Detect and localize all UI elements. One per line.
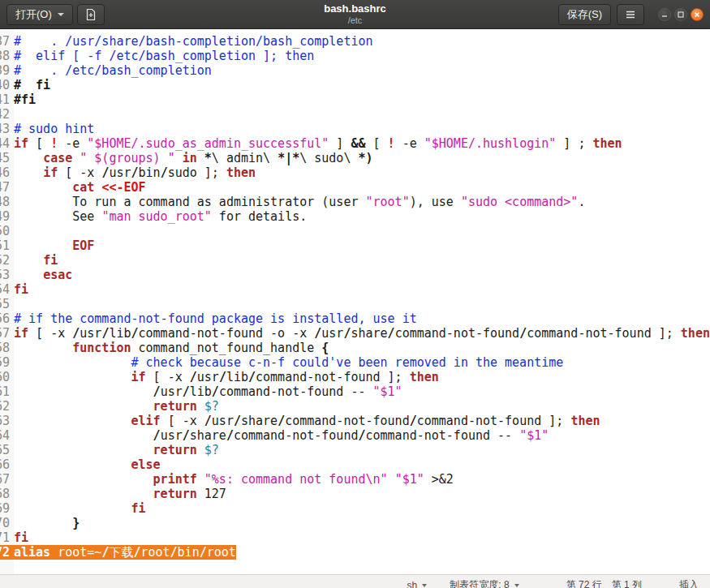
code-line[interactable]: 56# if the command-not-found package is … — [0, 311, 710, 326]
code-line[interactable]: 47 cat <<-EOF — [0, 180, 710, 195]
minimize-button[interactable] — [658, 8, 671, 21]
code-line[interactable]: 62 return $? — [0, 399, 710, 414]
menu-icon — [624, 8, 637, 21]
line-number: 45 — [0, 151, 14, 165]
code-text: return $? — [14, 443, 219, 457]
code-line[interactable]: 54fi — [0, 282, 710, 297]
code-line[interactable]: 68 return 127 — [0, 487, 710, 501]
dropdown-arrow-icon — [58, 13, 64, 16]
code-line[interactable]: 42 — [0, 107, 710, 122]
code-text: # elif [ -f /etc/bash_completion ]; then — [14, 49, 314, 63]
code-line[interactable]: 71fi — [0, 530, 710, 545]
line-number: 65 — [0, 443, 14, 457]
line-number: 59 — [0, 355, 14, 370]
editor-lines: 37# . /usr/share/bash-completion/bash_co… — [0, 34, 710, 560]
code-line[interactable]: 41#fi — [0, 92, 710, 107]
code-text: fi — [14, 501, 146, 516]
code-line[interactable]: 64 /usr/share/command-not-found/command-… — [0, 428, 710, 443]
code-text: # . /etc/bash_completion — [14, 63, 212, 78]
code-text: # check because c-n-f could've been remo… — [14, 355, 563, 370]
input-mode: 插入 — [679, 578, 699, 588]
line-number: 46 — [0, 165, 14, 180]
language-selector[interactable]: sh — [407, 580, 428, 588]
line-number: 58 — [0, 341, 14, 355]
code-line[interactable]: 45 case " $(groups) " in *\ admin\ *|*\ … — [0, 151, 710, 165]
code-line[interactable]: 46 if [ -x /usr/bin/sudo ]; then — [0, 165, 710, 180]
code-text: if [ -x /usr/lib/command-not-found ]; th… — [14, 370, 439, 384]
open-button[interactable]: 打开(O) — [6, 4, 73, 25]
line-number: 72 — [0, 545, 14, 560]
code-text: # . /usr/share/bash-completion/bash_comp… — [14, 34, 373, 49]
code-line[interactable]: 52 fi — [0, 253, 710, 268]
line-number: 63 — [0, 414, 14, 428]
dropdown-arrow-icon — [514, 584, 519, 587]
window-title: bash.bashrc /etc — [324, 3, 386, 25]
code-text: return 127 — [14, 487, 226, 501]
line-number: 37 — [0, 34, 14, 49]
code-text: fi — [14, 253, 58, 268]
code-line[interactable]: 39# . /etc/bash_completion — [0, 63, 710, 78]
code-text: alias root=~/下载/root/bin/root — [14, 545, 236, 560]
code-line[interactable]: 66 else — [0, 457, 710, 472]
code-line[interactable]: 69 fi — [0, 501, 710, 516]
close-icon — [693, 11, 701, 19]
code-text: #fi — [14, 92, 36, 107]
code-line[interactable]: 61 /usr/lib/command-not-found -- "$1" — [0, 384, 710, 399]
code-line[interactable]: 51 EOF — [0, 238, 710, 253]
code-text: if [ -x /usr/lib/command-not-found -o -x… — [14, 326, 710, 341]
line-number: 40 — [0, 78, 14, 92]
save-button[interactable]: 保存(S) — [558, 4, 611, 25]
document-path: /etc — [324, 15, 386, 25]
maximize-button[interactable] — [674, 8, 687, 21]
line-number: 48 — [0, 195, 14, 209]
headerbar-right: 保存(S) — [558, 4, 704, 25]
tab-width-selector[interactable]: 制表符宽度: 8 — [450, 578, 519, 588]
cursor-position: 第 72 行、第 1 列 — [566, 578, 642, 588]
new-document-button[interactable] — [77, 4, 105, 25]
menu-button[interactable] — [617, 4, 644, 25]
line-number: 54 — [0, 282, 14, 297]
line-number: 61 — [0, 384, 14, 399]
code-line[interactable]: 37# . /usr/share/bash-completion/bash_co… — [0, 34, 710, 49]
code-line[interactable]: 67 printf "%s: command not found\n" "$1"… — [0, 472, 710, 487]
code-line[interactable]: 40# fi — [0, 78, 710, 92]
code-text: /usr/lib/command-not-found -- "$1" — [14, 384, 402, 399]
line-number: 43 — [0, 122, 14, 136]
code-line[interactable]: 59 # check because c-n-f could've been r… — [0, 355, 710, 370]
line-number: 55 — [0, 297, 14, 311]
line-number: 67 — [0, 472, 14, 487]
code-line[interactable]: 57if [ -x /usr/lib/command-not-found -o … — [0, 326, 710, 341]
code-line[interactable]: 70 } — [0, 516, 710, 530]
code-text: esac — [14, 268, 72, 282]
code-line[interactable]: 55 — [0, 297, 710, 311]
close-button[interactable] — [691, 8, 704, 21]
line-number: 71 — [0, 530, 14, 545]
line-number: 39 — [0, 63, 14, 78]
code-line[interactable]: 53 esac — [0, 268, 710, 282]
statusbar: sh 制表符宽度: 8 第 72 行、第 1 列 插入 — [0, 574, 710, 588]
editor[interactable]: 37# . /usr/share/bash-completion/bash_co… — [0, 29, 710, 576]
code-line[interactable]: 50 — [0, 224, 710, 238]
minimize-icon — [661, 11, 669, 19]
line-number: 52 — [0, 253, 14, 268]
code-line[interactable]: 43# sudo hint — [0, 122, 710, 136]
code-line[interactable]: 49 See "man sudo_root" for details. — [0, 209, 710, 224]
code-text: See "man sudo_root" for details. — [14, 209, 307, 224]
code-line[interactable]: 44if [ ! -e "$HOME/.sudo_as_admin_succes… — [0, 136, 710, 151]
code-line[interactable]: 58 function command_not_found_handle { — [0, 341, 710, 355]
line-number: 62 — [0, 399, 14, 414]
maximize-icon — [677, 11, 685, 19]
code-text: # if the command-not-found package is in… — [14, 311, 417, 326]
code-text: To run a command as administrator (user … — [14, 195, 585, 209]
code-line[interactable]: 38# elif [ -f /etc/bash_completion ]; th… — [0, 49, 710, 63]
code-line[interactable]: 60 if [ -x /usr/lib/command-not-found ];… — [0, 370, 710, 384]
code-line[interactable]: 63 elif [ -x /usr/share/command-not-foun… — [0, 414, 710, 428]
open-button-label: 打开(O) — [15, 7, 52, 22]
code-line[interactable]: 65 return $? — [0, 443, 710, 457]
code-text: fi — [14, 282, 28, 297]
code-text: printf "%s: command not found\n" "$1" >&… — [14, 472, 454, 487]
line-number: 53 — [0, 268, 14, 282]
code-line[interactable]: 48 To run a command as administrator (us… — [0, 195, 710, 209]
code-line[interactable]: 72alias root=~/下载/root/bin/root — [0, 545, 710, 560]
line-number: 41 — [0, 92, 14, 107]
